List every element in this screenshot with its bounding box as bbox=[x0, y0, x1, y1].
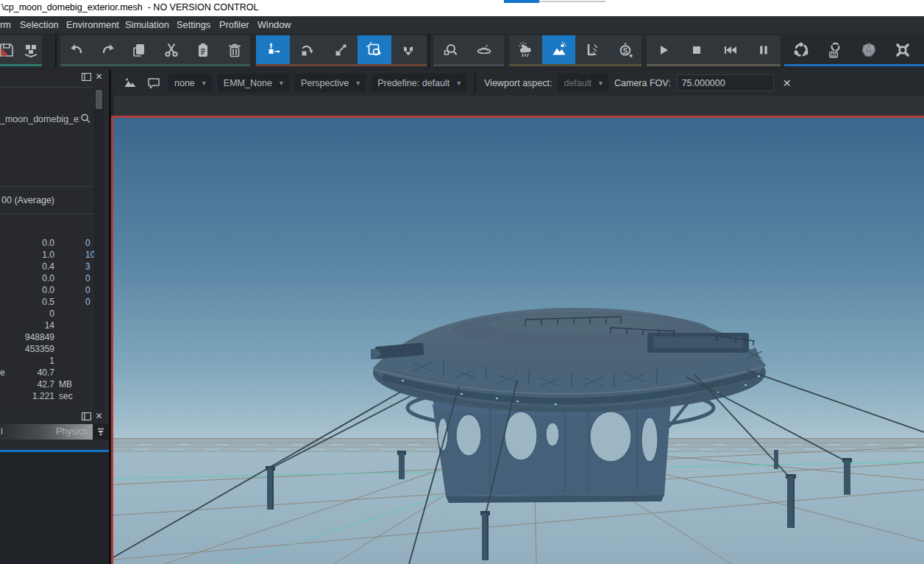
projection-dropdown[interactable]: Perspective ▾ bbox=[295, 74, 366, 92]
search-button[interactable] bbox=[80, 113, 91, 124]
menu-simulation[interactable]: Simulation bbox=[125, 19, 169, 30]
camera-to-ufo-button[interactable] bbox=[467, 35, 501, 64]
stat-row: 1.221sec bbox=[0, 390, 109, 402]
properties-panel: ✕ l Physics bbox=[0, 409, 109, 564]
viewport-aspect-label: Viewport aspect: bbox=[484, 78, 552, 88]
mesh-preview-button[interactable] bbox=[852, 35, 886, 64]
settings-gear-button[interactable] bbox=[886, 35, 920, 64]
save-button[interactable] bbox=[0, 35, 20, 64]
predefine-dropdown[interactable]: Predefine: default ▾ bbox=[372, 74, 466, 92]
zoom-selection-button[interactable] bbox=[433, 35, 467, 64]
terrain-button[interactable] bbox=[542, 35, 575, 64]
scrollbar-thumb[interactable] bbox=[96, 90, 102, 109]
toolbar-group-environment: S bbox=[509, 35, 642, 66]
cut-button[interactable] bbox=[155, 35, 187, 64]
weather-button[interactable] bbox=[509, 35, 542, 64]
panel-separator bbox=[0, 214, 93, 214]
search-input[interactable]: _moon_domebig_ex bbox=[0, 114, 79, 124]
scale-tool-button[interactable] bbox=[324, 35, 358, 64]
stop-button[interactable] bbox=[680, 35, 714, 64]
viewport-aspect-dropdown[interactable]: default ▾ bbox=[558, 74, 608, 92]
comments-button[interactable] bbox=[145, 74, 163, 92]
tab-list-button[interactable] bbox=[93, 424, 109, 440]
overlay-dropdown-value: none bbox=[174, 78, 195, 88]
preview-mode-button[interactable] bbox=[121, 74, 139, 92]
asset-blocks-button[interactable] bbox=[20, 35, 42, 64]
move-tool-button[interactable] bbox=[256, 35, 290, 64]
chevron-down-icon: ▾ bbox=[356, 80, 360, 87]
paste-button[interactable] bbox=[187, 35, 218, 64]
copy-icon bbox=[131, 41, 149, 59]
terrain-icon bbox=[550, 41, 568, 59]
stat-row: 1.010 bbox=[0, 249, 109, 261]
tab-physics[interactable]: Physics bbox=[56, 426, 88, 437]
close-icon[interactable]: ✕ bbox=[783, 77, 792, 89]
chevron-down-icon: ▾ bbox=[599, 80, 603, 87]
camera-fov-label: Camera FOV: bbox=[614, 78, 671, 88]
undo-icon bbox=[68, 41, 85, 59]
stat-row: e40.7 bbox=[0, 367, 109, 378]
toolbar-group-edit bbox=[60, 35, 250, 66]
tab-truncated[interactable]: l bbox=[1, 426, 3, 437]
stat-row: 42.7MB bbox=[0, 378, 109, 390]
menu-transform-truncated[interactable]: rm bbox=[0, 19, 11, 30]
float-panel-button[interactable] bbox=[81, 411, 92, 422]
redo-button[interactable] bbox=[92, 35, 124, 64]
copy-button[interactable] bbox=[124, 35, 155, 64]
viewport-bar-separator bbox=[475, 73, 476, 93]
rotate-icon bbox=[298, 41, 316, 59]
chevron-down-icon: ▾ bbox=[202, 80, 206, 87]
save-icon bbox=[0, 41, 15, 59]
menu-window[interactable]: Window bbox=[257, 19, 291, 30]
close-icon[interactable]: ✕ bbox=[93, 71, 104, 82]
close-icon[interactable]: ✕ bbox=[93, 410, 104, 421]
overlay-dropdown[interactable]: none ▾ bbox=[168, 74, 212, 92]
viewport-toolbar: none ▾ EMM_None ▾ Perspective ▾ Predefin… bbox=[114, 70, 924, 96]
top-accent-gray-bar bbox=[539, 1, 605, 2]
toolbar-group-transform bbox=[256, 35, 427, 66]
float-panel-button[interactable] bbox=[81, 71, 92, 82]
physics-tab-body bbox=[0, 452, 109, 564]
landscape-icon bbox=[123, 76, 138, 91]
stat-row: 0.00 bbox=[0, 284, 109, 296]
stat-row: 0.00 bbox=[0, 272, 109, 284]
zoom-object-icon bbox=[441, 41, 459, 59]
scale-icon bbox=[332, 41, 349, 59]
move-icon bbox=[264, 41, 282, 59]
toolbar-separator bbox=[55, 33, 57, 68]
snap-rotate-tool-button[interactable] bbox=[358, 35, 391, 64]
search-icon bbox=[80, 113, 91, 124]
rewind-button[interactable] bbox=[714, 35, 747, 64]
sun-position-button[interactable]: S bbox=[608, 35, 642, 64]
menu-selection[interactable]: Selection bbox=[20, 19, 59, 30]
redo-icon bbox=[99, 41, 117, 59]
id-badge-button[interactable] bbox=[818, 35, 852, 64]
flip-tool-button[interactable] bbox=[391, 35, 425, 64]
sync-button[interactable] bbox=[784, 35, 818, 64]
delete-button[interactable] bbox=[218, 35, 250, 64]
toolbar-group-tools bbox=[784, 35, 924, 66]
lighting-button[interactable] bbox=[575, 35, 608, 64]
pause-button[interactable] bbox=[747, 35, 781, 64]
menu-profiler[interactable]: Profiler bbox=[219, 19, 249, 30]
weather-icon bbox=[517, 41, 535, 59]
chevron-down-icon: ▾ bbox=[280, 80, 283, 87]
cut-icon bbox=[163, 41, 180, 59]
undo-button[interactable] bbox=[60, 35, 92, 64]
stats-list: 0.00 1.010 0.43 0.00 0.00 0.50 0 14 9488… bbox=[0, 237, 109, 402]
3d-viewport[interactable] bbox=[111, 116, 924, 564]
badge-icon bbox=[825, 40, 845, 60]
play-button[interactable] bbox=[647, 35, 680, 64]
camera-fov-input[interactable]: 75.000000 bbox=[677, 74, 774, 91]
snap-rotate-icon bbox=[366, 41, 383, 59]
menu-settings[interactable]: Settings bbox=[177, 19, 210, 30]
toolbar-group-view bbox=[433, 35, 504, 66]
window-title: \cp_moon_domebig_exterior.mesh - NO VERS… bbox=[1, 2, 258, 13]
panel-separator bbox=[0, 186, 93, 187]
menu-environment[interactable]: Environment bbox=[66, 19, 119, 30]
rotate-tool-button[interactable] bbox=[290, 35, 324, 64]
toolbar-group-file bbox=[0, 35, 42, 66]
float-window-icon bbox=[82, 412, 91, 420]
emm-dropdown[interactable]: EMM_None ▾ bbox=[218, 74, 289, 92]
sync-icon bbox=[792, 40, 811, 60]
